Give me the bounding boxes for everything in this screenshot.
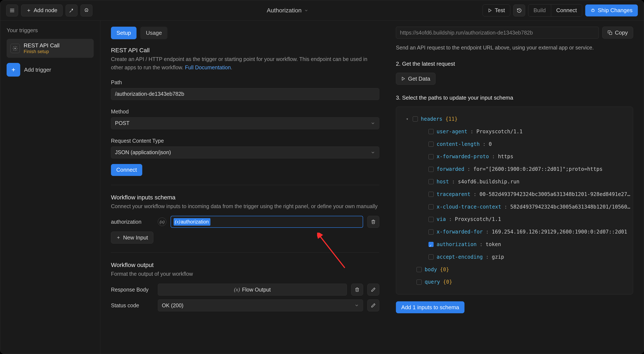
tree-row[interactable]: x-forwarded-for: 169.254.169.126:29129,2… xyxy=(405,226,628,238)
checkbox[interactable] xyxy=(428,254,434,260)
auth-input[interactable]: (x)authorization xyxy=(170,216,363,228)
endpoint-url[interactable]: https://s4ofd6.buildship.run/authorizati… xyxy=(396,27,599,39)
chevron-down-icon[interactable]: ▾ xyxy=(405,114,410,124)
response-body-value[interactable]: (x) Flow Output xyxy=(158,284,347,296)
full-docs-link[interactable]: Full Documentation xyxy=(185,64,231,70)
new-input-button[interactable]: New Input xyxy=(111,232,153,244)
checkbox[interactable] xyxy=(428,129,434,134)
rest-title: REST API Call xyxy=(111,47,379,54)
checkbox[interactable] xyxy=(428,142,434,147)
variable-icon[interactable]: (x) xyxy=(158,218,166,226)
schema-desc: Connect your workflow inputs to incoming… xyxy=(111,202,379,211)
method-select[interactable]: POST xyxy=(111,117,379,129)
add-trigger-button[interactable]: Add trigger xyxy=(6,63,94,77)
checkbox[interactable] xyxy=(428,217,434,222)
plus-icon xyxy=(6,63,20,77)
notes-icon[interactable] xyxy=(80,5,92,17)
checkbox[interactable] xyxy=(428,154,434,159)
tree-row[interactable]: authorization: token xyxy=(405,238,628,251)
response-body-label: Response Body xyxy=(111,287,154,293)
test-label: Test xyxy=(495,7,505,14)
center-panel: Setup Usage REST API Call Create an API … xyxy=(100,21,390,354)
tab-usage[interactable]: Usage xyxy=(140,27,168,39)
tree-row[interactable]: via: Proxyscotch/1.1 xyxy=(405,213,628,226)
test-button[interactable]: Test xyxy=(482,5,510,17)
checkbox[interactable] xyxy=(428,230,434,235)
output-title: Workflow output xyxy=(111,262,379,268)
tree-row[interactable]: traceparent: 00-582d4937942324bc3005a631… xyxy=(405,188,628,201)
chevron-down-icon[interactable] xyxy=(304,8,308,13)
sidebar-heading: Your triggers xyxy=(6,27,94,34)
chevron-down-icon xyxy=(370,150,375,155)
ship-label: Ship Changes xyxy=(598,7,632,14)
delete-input-button[interactable] xyxy=(367,216,379,228)
edit-output-button[interactable] xyxy=(367,284,379,296)
sidebar-trigger-item[interactable]: REST API Call Finish setup xyxy=(6,39,94,58)
copy-button[interactable]: Copy xyxy=(602,27,633,39)
output-desc: Format the output of your workflow xyxy=(111,270,379,278)
status-code-label: Status code xyxy=(111,302,154,309)
send-desc: Send an API request to the endpoint URL … xyxy=(396,45,633,51)
checkbox-body[interactable] xyxy=(416,267,422,272)
chevron-down-icon xyxy=(370,121,375,126)
menu-icon[interactable] xyxy=(6,5,18,17)
checkbox[interactable] xyxy=(428,167,434,172)
schema-title: Workflow inputs schema xyxy=(111,194,379,201)
add-inputs-button[interactable]: Add 1 inputs to schema xyxy=(396,301,464,313)
tree-row[interactable]: user-agent: Proxyscotch/1.1 xyxy=(405,125,628,138)
tree-row[interactable]: x-forwarded-proto: https xyxy=(405,150,628,163)
rct-label: Request Content Type xyxy=(111,138,379,144)
build-button[interactable]: Build xyxy=(528,5,551,17)
svg-marker-6 xyxy=(489,9,491,12)
tree-row[interactable]: accept-encoding: gzip xyxy=(405,251,628,263)
status-code-select[interactable]: OK (200) xyxy=(158,299,363,311)
add-node-label: Add node xyxy=(34,7,57,14)
edit-status-button[interactable] xyxy=(367,299,379,311)
svg-point-7 xyxy=(592,9,593,10)
checkbox[interactable] xyxy=(428,179,434,184)
auth-variable-pill[interactable]: (x)authorization xyxy=(174,218,210,226)
step2-label: 2. Get the latest request xyxy=(396,61,633,67)
checkbox[interactable] xyxy=(428,204,434,209)
api-icon xyxy=(10,44,20,53)
trigger-subtitle: Finish setup xyxy=(24,49,60,54)
rct-select[interactable]: JSON (application/json) xyxy=(111,146,379,158)
path-input[interactable]: /authorization-de1343eb782b xyxy=(111,88,379,100)
sidebar: Your triggers REST API Call Finish setup… xyxy=(0,21,100,354)
tree-row[interactable]: host: s4ofd6.buildship.run xyxy=(405,175,628,188)
add-trigger-label: Add trigger xyxy=(24,67,51,73)
svg-point-8 xyxy=(15,48,16,49)
topbar: Add node Authorization Test Build Connec… xyxy=(0,0,644,21)
rest-desc: Create an API / HTTP endpoint as the tri… xyxy=(111,55,379,72)
path-label: Path xyxy=(111,79,379,86)
tab-setup[interactable]: Setup xyxy=(111,27,136,39)
svg-rect-14 xyxy=(610,32,612,35)
page-title: Authorization xyxy=(267,7,302,14)
connect-top-button[interactable]: Connect xyxy=(551,5,582,17)
history-icon[interactable] xyxy=(513,5,525,17)
checkbox-headers[interactable] xyxy=(413,116,418,122)
step3-label: 3. Select the paths to update your input… xyxy=(396,94,633,101)
method-label: Method xyxy=(111,109,379,115)
add-node-button[interactable]: Add node xyxy=(21,5,62,17)
auth-field-label: authorization xyxy=(111,219,154,225)
tree-row[interactable]: x-cloud-trace-context: 582d4937942324bc3… xyxy=(405,201,628,213)
svg-point-5 xyxy=(86,10,87,11)
tree-row[interactable]: content-length: 0 xyxy=(405,138,628,150)
connect-button[interactable]: Connect xyxy=(111,164,142,176)
tree-row[interactable]: forwarded: for="[2600:1900:0:2d07::2d01]… xyxy=(405,163,628,175)
ship-changes-button[interactable]: Ship Changes xyxy=(585,5,638,17)
checkbox-query[interactable] xyxy=(416,280,422,285)
checkbox[interactable] xyxy=(428,242,434,247)
right-panel: https://s4ofd6.buildship.run/authorizati… xyxy=(390,21,644,354)
magic-icon[interactable] xyxy=(66,5,78,17)
json-tree: ▾ headers {11} user-agent: Proxyscotch/1… xyxy=(396,107,633,294)
delete-output-button[interactable] xyxy=(351,284,363,296)
chevron-down-icon xyxy=(354,303,359,308)
trigger-title: REST API Call xyxy=(24,42,60,49)
svg-marker-15 xyxy=(402,77,405,80)
checkbox[interactable] xyxy=(428,192,434,197)
get-data-button[interactable]: Get Data xyxy=(396,73,436,85)
